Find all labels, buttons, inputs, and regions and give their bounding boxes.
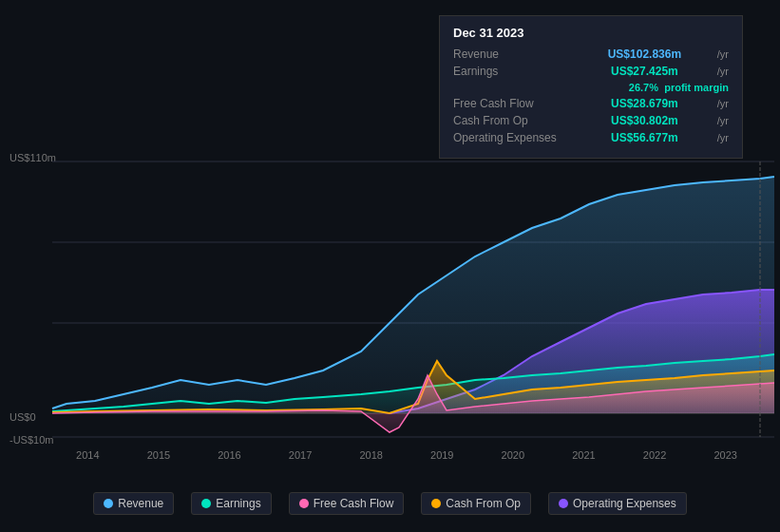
fcf-value: US$28.679m bbox=[611, 97, 678, 110]
profit-margin: 26.7% profit margin bbox=[629, 82, 729, 93]
x-axis: 2014 2015 2016 2017 2018 2019 2020 2021 … bbox=[0, 449, 780, 461]
tooltip-cfo-row: Cash From Op US$30.802m /yr bbox=[453, 114, 729, 127]
legend-fcf-label: Free Cash Flow bbox=[314, 497, 394, 510]
cfo-value: US$30.802m bbox=[611, 114, 678, 127]
cfo-dot bbox=[431, 499, 441, 508]
tooltip-date: Dec 31 2023 bbox=[453, 26, 729, 40]
earnings-dot bbox=[201, 499, 211, 508]
fcf-dot bbox=[299, 499, 309, 508]
opex-value: US$56.677m bbox=[611, 131, 678, 144]
tooltip-revenue-row: Revenue US$102.836m /yr bbox=[453, 48, 729, 61]
legend: Revenue Earnings Free Cash Flow Cash Fro… bbox=[0, 492, 780, 515]
fcf-unit: /yr bbox=[717, 98, 729, 109]
legend-opex-label: Operating Expenses bbox=[573, 497, 676, 510]
x-label-2021: 2021 bbox=[572, 449, 595, 461]
earnings-label: Earnings bbox=[453, 65, 567, 78]
tooltip-opex-row: Operating Expenses US$56.677m /yr bbox=[453, 131, 729, 144]
x-label-2018: 2018 bbox=[359, 449, 382, 461]
legend-revenue-label: Revenue bbox=[118, 497, 163, 510]
revenue-unit: /yr bbox=[717, 48, 729, 60]
legend-revenue[interactable]: Revenue bbox=[93, 492, 174, 515]
cfo-label: Cash From Op bbox=[453, 114, 567, 127]
opex-unit: /yr bbox=[717, 132, 729, 143]
x-label-2020: 2020 bbox=[502, 449, 524, 461]
profit-margin-label: profit margin bbox=[664, 82, 729, 93]
opex-dot bbox=[559, 499, 568, 508]
cfo-unit: /yr bbox=[717, 115, 729, 126]
tooltip: Dec 31 2023 Revenue US$102.836m /yr Earn… bbox=[439, 15, 743, 159]
legend-earnings-label: Earnings bbox=[216, 497, 260, 510]
fcf-label: Free Cash Flow bbox=[453, 97, 567, 110]
x-label-2019: 2019 bbox=[430, 449, 453, 461]
tooltip-profit-margin-row: 26.7% profit margin bbox=[453, 82, 729, 93]
x-label-2023: 2023 bbox=[713, 449, 736, 461]
legend-cfo[interactable]: Cash From Op bbox=[421, 492, 531, 515]
earnings-unit: /yr bbox=[717, 66, 729, 77]
legend-opex[interactable]: Operating Expenses bbox=[548, 492, 687, 515]
revenue-label: Revenue bbox=[453, 48, 567, 61]
chart-container: Dec 31 2023 Revenue US$102.836m /yr Earn… bbox=[0, 0, 780, 532]
x-label-2017: 2017 bbox=[289, 449, 312, 461]
revenue-value: US$102.836m bbox=[608, 48, 681, 61]
x-label-2015: 2015 bbox=[147, 449, 170, 461]
profit-margin-value: 26.7% bbox=[629, 82, 658, 93]
earnings-value: US$27.425m bbox=[611, 65, 678, 78]
x-label-2016: 2016 bbox=[218, 449, 240, 461]
x-label-2014: 2014 bbox=[76, 449, 99, 461]
tooltip-earnings-row: Earnings US$27.425m /yr bbox=[453, 65, 729, 78]
x-label-2022: 2022 bbox=[643, 449, 666, 461]
legend-fcf[interactable]: Free Cash Flow bbox=[289, 492, 405, 515]
legend-cfo-label: Cash From Op bbox=[446, 497, 521, 510]
legend-earnings[interactable]: Earnings bbox=[191, 492, 271, 515]
revenue-dot bbox=[104, 499, 113, 508]
opex-label: Operating Expenses bbox=[453, 131, 567, 144]
tooltip-fcf-row: Free Cash Flow US$28.679m /yr bbox=[453, 97, 729, 110]
